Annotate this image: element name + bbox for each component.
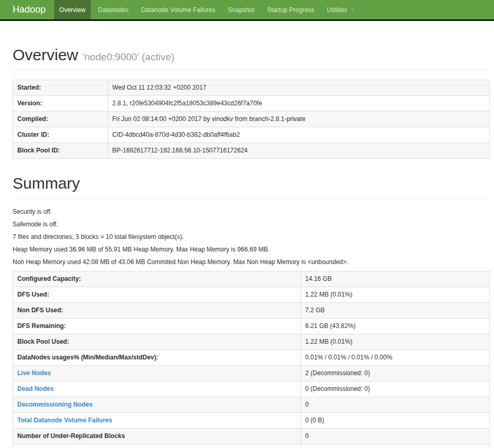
row-label-cell: Live Nodes Live Nodes (13, 366, 301, 381)
main-content: Overview 'node0:9000' (active) Started: … (0, 46, 494, 448)
nav-tab-label: Datanodes (98, 6, 128, 14)
nav-tab-label: Startup Progress (267, 6, 314, 14)
row-label: Started: (13, 80, 108, 96)
navbar: Hadoop Overview Datanodes Datanode Volum… (0, 0, 494, 21)
row-value: 0 (Decommissioned: 0) (301, 381, 490, 397)
row-label-cell: Configured Capacity: Configured Capacity… (13, 271, 301, 287)
nav-tab-label: Utilities (327, 6, 347, 14)
row-label: Block Pool ID: (13, 143, 108, 159)
table-row: Block Pool Used: Block Pool Used: 1.22 M… (13, 334, 490, 350)
table-row: DataNodes usages% (Min/Median/Max/stdDev… (13, 350, 490, 366)
divider (13, 70, 490, 70)
table-row: DFS Remaining: DFS Remaining: 6.21 GB (4… (13, 319, 490, 334)
nav-tab[interactable]: Snapshot (223, 0, 260, 19)
cluster-info-table: Started: Wed Oct 11 12:03:32 +0200 2017 … (13, 80, 490, 159)
row-label-cell: Number of Under-Replicated Blocks Number… (13, 429, 301, 444)
summary-line: Heap Memory used 36.96 MB of 55.91 MB He… (13, 246, 490, 253)
table-row: Version: 2.8.1, r20fe5304904fc2f5a18053c… (13, 96, 490, 112)
row-label-cell: Non DFS Used: Non DFS Used: (13, 303, 301, 319)
table-row: DFS Used: DFS Used: 1.22 MB (0.01%) (13, 287, 490, 303)
row-label: Compiled: (13, 112, 108, 127)
nav-tab[interactable]: Overview (54, 0, 91, 19)
table-row: Live Nodes Live Nodes 2 (Decommissioned:… (13, 366, 490, 381)
table-row: Compiled: Fri Jun 02 08:14:00 +0200 2017… (13, 112, 490, 127)
summary-table: Configured Capacity: Configured Capacity… (13, 271, 490, 448)
row-value: CID-4dbcd40a-870d-4d30-b382-db0aff4f6ab2 (108, 127, 490, 143)
row-label: Cluster ID: (13, 127, 108, 143)
row-value: 0.01% / 0.01% / 0.01% / 0.00% (301, 350, 490, 366)
row-value: 0 (301, 444, 490, 448)
table-row: Number of Blocks Pending Deletion Number… (13, 444, 490, 448)
table-row: Cluster ID: CID-4dbcd40a-870d-4d30-b382-… (13, 127, 490, 143)
row-label: DFS Remaining: (17, 322, 66, 330)
nav-tab-label: Overview (59, 6, 85, 14)
chevron-down-icon (350, 9, 355, 11)
nav-tab[interactable]: Datanode Volume Failures (136, 0, 220, 19)
row-link[interactable]: Decommissioning Nodes (17, 401, 92, 408)
nav-tab[interactable]: Startup Progress (262, 0, 319, 19)
row-value: BP-1692617712-192.168.56.10-150771617262… (108, 143, 490, 159)
row-value: 0 (0 B) (301, 413, 490, 429)
row-label-cell: Dead Nodes Dead Nodes (13, 381, 301, 397)
row-value: 1.22 MB (0.01%) (301, 287, 490, 303)
row-link[interactable]: Dead Nodes (17, 385, 53, 392)
row-value: 0 (301, 397, 490, 413)
table-row: Non DFS Used: Non DFS Used: 7.2 GB (13, 303, 490, 319)
summary-line: 7 files and directories, 3 blocks = 10 t… (13, 233, 490, 241)
nav-tab[interactable]: Datanodes (93, 0, 134, 19)
table-row: Block Pool ID: BP-1692617712-192.168.56.… (13, 143, 490, 159)
page-subtitle: 'node0:9000' (active) (82, 51, 174, 62)
page-title: Overview 'node0:9000' (active) (13, 46, 490, 63)
nav-tab-label: Snapshot (228, 6, 255, 14)
row-label-cell: Number of Blocks Pending Deletion Number… (13, 444, 301, 448)
row-label-cell: Total Datanode Volume Failures Total Dat… (13, 413, 301, 429)
summary-line: Security is off. (13, 208, 490, 215)
row-label: Configured Capacity: (17, 275, 81, 282)
summary-line: Safemode is off. (13, 221, 490, 228)
row-label-cell: DataNodes usages% (Min/Median/Max/stdDev… (13, 350, 301, 366)
row-link[interactable]: Live Nodes (17, 369, 51, 377)
row-value: 6.21 GB (43.82%) (301, 319, 490, 334)
row-value: 2 (Decommissioned: 0) (301, 366, 490, 381)
table-row: Number of Under-Replicated Blocks Number… (13, 429, 490, 444)
row-label-cell: Block Pool Used: Block Pool Used: (13, 334, 301, 350)
row-label: Non DFS Used: (17, 307, 63, 314)
row-label: Block Pool Used: (17, 338, 69, 345)
table-row: Dead Nodes Dead Nodes 0 (Decommissioned:… (13, 381, 490, 397)
row-label-cell: DFS Remaining: DFS Remaining: (13, 319, 301, 334)
row-value: 2.8.1, r20fe5304904fc2f5a18053c389e43cd2… (108, 96, 490, 112)
row-value: 1.22 MB (0.01%) (301, 334, 490, 350)
divider (13, 198, 490, 199)
row-link[interactable]: Total Datanode Volume Failures (17, 417, 112, 424)
nav-tab-label: Datanode Volume Failures (141, 6, 215, 14)
summary-line: Non Heap Memory used 42.08 MB of 43.06 M… (13, 258, 490, 266)
summary-table-wrap: Configured Capacity: Configured Capacity… (13, 271, 490, 448)
summary-title: Summary (13, 174, 490, 192)
row-value: 0 (301, 429, 490, 444)
page-title-text: Overview (13, 46, 78, 63)
nav-tab[interactable]: Utilities (321, 0, 360, 19)
row-label: DataNodes usages% (Min/Median/Max/stdDev… (17, 354, 158, 361)
table-row: Configured Capacity: Configured Capacity… (13, 271, 490, 287)
brand-link[interactable]: Hadoop (0, 0, 53, 19)
row-value: 14.16 GB (301, 271, 490, 287)
row-value: Fri Jun 02 08:14:00 +0200 2017 by vinodk… (108, 112, 490, 127)
row-value: Wed Oct 11 12:03:32 +0200 2017 (108, 80, 490, 96)
row-label-cell: DFS Used: DFS Used: (13, 287, 301, 303)
table-row: Decommissioning Nodes Decommissioning No… (13, 397, 490, 413)
row-label-cell: Decommissioning Nodes Decommissioning No… (13, 397, 301, 413)
row-label: DFS Used: (17, 291, 49, 298)
summary-text: Security is off.Safemode is off.7 files … (13, 208, 490, 266)
table-row: Total Datanode Volume Failures Total Dat… (13, 413, 490, 429)
row-label: Version: (13, 96, 108, 112)
table-row: Started: Wed Oct 11 12:03:32 +0200 2017 (13, 80, 490, 96)
row-label: Number of Under-Replicated Blocks (17, 432, 125, 440)
row-value: 7.2 GB (301, 303, 490, 319)
nav-tabs: Overview Datanodes Datanode Volume Failu… (53, 0, 361, 19)
